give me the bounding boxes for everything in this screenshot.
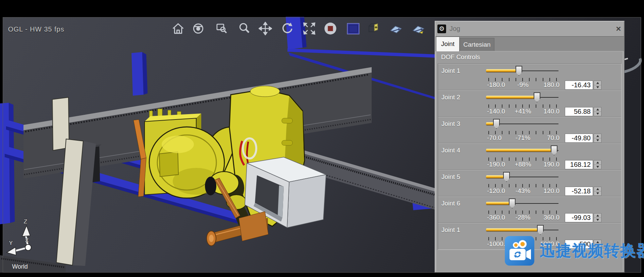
tick-mark: [556, 184, 557, 187]
tick-mark: [502, 78, 502, 81]
tick-mark: [495, 78, 496, 81]
joint-slider[interactable]: [486, 172, 558, 183]
slider-fill: [486, 228, 540, 231]
joint-value-input[interactable]: 168.12: [565, 160, 593, 169]
video-converter-icon: [505, 236, 534, 266]
tick-mark: [549, 78, 550, 81]
tick-mark: [549, 157, 550, 161]
slider-handle[interactable]: [537, 225, 544, 235]
tick-mark: [495, 211, 496, 214]
stop-button[interactable]: [323, 21, 338, 36]
tick-mark: [516, 78, 516, 81]
spin-down-button[interactable]: [594, 85, 601, 89]
tick-mark: [543, 78, 543, 81]
tick-mark: [488, 104, 489, 108]
joint-label: Joint 1: [441, 67, 460, 75]
z-axis-label: Z: [23, 218, 28, 225]
tab-cartesian[interactable]: Cartesian: [460, 38, 494, 51]
clipping-plane-icon[interactable]: [388, 21, 403, 36]
range-min-label: -180.0: [487, 81, 505, 89]
tick-mark: [549, 131, 550, 134]
gear-icon[interactable]: ⚙: [437, 25, 446, 33]
joint-value-input[interactable]: 56.88: [565, 107, 593, 116]
joint-label: Joint 5: [441, 173, 460, 181]
tick-mark: [522, 131, 523, 134]
tick-mark: [522, 78, 523, 81]
tick-mark: [488, 237, 489, 240]
app-window: Z X Y World OGL - HW 35 fps: [0, 0, 644, 277]
tick-mark: [488, 184, 489, 187]
tick-mark: [522, 104, 523, 108]
joint-slider[interactable]: [486, 198, 558, 210]
tick-mark: [502, 184, 502, 187]
joint-value-input[interactable]: -52.18: [565, 187, 593, 196]
joint-slider-row: Joint 1 -180.0 -9% 180.0 -16.43: [438, 64, 621, 90]
watermark: 迅捷视频转换器: [505, 236, 644, 266]
spin-down-button[interactable]: [594, 138, 601, 142]
slider-handle[interactable]: [493, 119, 500, 129]
tick-mark: [509, 78, 509, 81]
range-max-label: 180.0: [532, 81, 559, 89]
tick-mark: [488, 211, 489, 214]
close-icon[interactable]: ✕: [614, 25, 623, 33]
jog-panel-header[interactable]: ⚙ Jog ✕: [435, 21, 624, 36]
slider-handle[interactable]: [509, 198, 516, 209]
slider-fill: [486, 202, 512, 205]
pan-icon[interactable]: [258, 21, 273, 36]
tick-mark: [495, 184, 496, 187]
zoom-window-icon[interactable]: [214, 21, 229, 36]
slider-handle[interactable]: [551, 145, 557, 155]
slider-handle[interactable]: [503, 172, 510, 182]
joint-slider[interactable]: [486, 145, 558, 157]
spin-down-button[interactable]: [594, 111, 601, 116]
tick-mark: [536, 211, 536, 214]
tick-mark: [516, 104, 516, 108]
clipping-plane-alt-icon[interactable]: [411, 21, 426, 36]
shading-color-icon[interactable]: [346, 21, 361, 36]
fit-to-view-icon[interactable]: [302, 21, 317, 36]
tick-mark: [536, 157, 536, 161]
value-spinner: [594, 107, 601, 116]
tick-mark: [529, 104, 530, 108]
joint-label: Joint 3: [441, 120, 460, 128]
tick-mark: [529, 184, 530, 187]
spin-down-button[interactable]: [594, 218, 601, 222]
joint-value-input[interactable]: -16.43: [565, 81, 593, 90]
joint-value-input[interactable]: -99.03: [565, 213, 593, 222]
joint-slider[interactable]: [486, 66, 558, 77]
tick-mark: [529, 157, 530, 161]
tick-mark: [556, 211, 557, 214]
tick-mark: [502, 131, 502, 134]
tick-mark: [502, 157, 502, 161]
tick-mark: [556, 131, 557, 134]
tick-mark: [495, 157, 496, 161]
jog-panel-title: Jog: [449, 25, 460, 33]
zoom-icon[interactable]: [237, 21, 252, 36]
range-min-label: -120.0: [487, 187, 505, 195]
value-spinner: [594, 213, 601, 222]
home-icon[interactable]: [171, 21, 185, 36]
joint-slider[interactable]: [486, 225, 558, 236]
tick-mark: [516, 157, 516, 161]
value-spinner: [594, 81, 601, 90]
frame-box-icon[interactable]: [366, 21, 381, 36]
rotate-view-icon[interactable]: [279, 21, 294, 36]
tick-mark: [529, 78, 530, 81]
orbit-view-icon[interactable]: [191, 21, 206, 36]
joint-slider-row: Joint 5 -120.0 -43% 120.0 -52.18: [438, 170, 621, 196]
spin-down-button[interactable]: [594, 165, 601, 169]
joint-slider[interactable]: [486, 119, 558, 130]
tick-mark: [549, 184, 550, 187]
tick-mark: [516, 184, 516, 187]
tick-mark: [502, 211, 502, 214]
tick-mark: [495, 237, 496, 240]
tick-mark: [495, 131, 496, 134]
value-spinner: [594, 134, 601, 143]
tab-joint[interactable]: Joint: [436, 37, 460, 51]
joint-slider[interactable]: [486, 92, 558, 104]
slider-handle[interactable]: [516, 66, 522, 76]
tick-mark: [502, 237, 502, 240]
joint-value-input[interactable]: -49.80: [565, 134, 593, 143]
slider-handle[interactable]: [534, 92, 540, 102]
spin-down-button[interactable]: [594, 191, 601, 195]
